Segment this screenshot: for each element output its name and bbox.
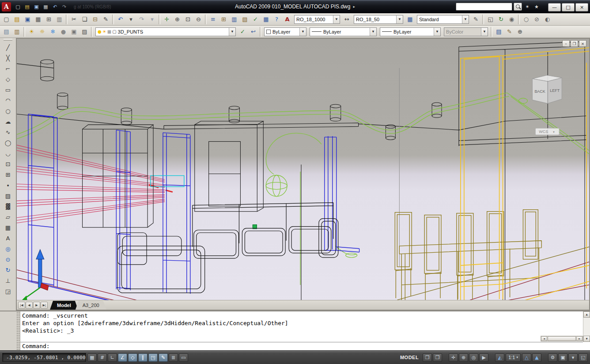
insert-block-icon[interactable]: ⊡ xyxy=(3,159,13,169)
ellipse-icon[interactable]: ◯ xyxy=(3,137,13,148)
copy-icon[interactable]: ❏ xyxy=(79,14,90,24)
named-views-icon[interactable]: ◲ xyxy=(3,286,13,296)
quickcalc-icon[interactable]: ▦ xyxy=(261,14,271,24)
render-icon[interactable]: ◉ xyxy=(507,14,517,24)
free-orbit-icon[interactable]: ↻ xyxy=(3,265,13,275)
3d-orbit-icon[interactable]: ↻ xyxy=(496,14,506,24)
no-shadow-icon[interactable]: ⊘ xyxy=(532,14,542,24)
ortho-toggle[interactable]: ∟ xyxy=(108,353,117,362)
table-icon[interactable]: ▦ xyxy=(3,222,13,233)
layer-states-manager-icon[interactable]: ▥ xyxy=(12,27,22,37)
designcenter-icon[interactable]: ⊞ xyxy=(219,14,229,24)
layer-combo[interactable]: ●☀▦▢ 3D_PUNTS ▼ xyxy=(95,27,236,36)
model-space-button[interactable]: MODEL xyxy=(400,355,419,360)
materials-icon[interactable]: ◐ xyxy=(542,14,552,24)
chevron-down-icon[interactable]: ▼ xyxy=(333,15,340,23)
command-prompt[interactable]: Command: xyxy=(20,342,590,350)
dim-style-combo[interactable]: RO_18_50 ▼ xyxy=(354,15,403,24)
point-icon[interactable]: ∙ xyxy=(3,180,13,190)
scroll-left-icon[interactable]: ◄ xyxy=(541,336,547,341)
osnap-toggle[interactable]: ◇ xyxy=(128,353,137,362)
dyn-toggle[interactable]: ✎ xyxy=(159,353,168,362)
chevron-down-icon[interactable]: ▼ xyxy=(229,28,235,36)
tab-model[interactable]: Model xyxy=(50,301,78,310)
chevron-down-icon[interactable]: ▼ xyxy=(370,28,376,36)
dim-style-icon[interactable]: ↔ xyxy=(342,14,352,24)
save-icon[interactable]: ▣ xyxy=(23,14,33,24)
text-style-combo[interactable]: RO_18_1000 ▼ xyxy=(294,15,340,24)
tab-scroll-prev-button[interactable]: ◀ xyxy=(26,302,33,309)
hatch-icon[interactable]: ▨ xyxy=(3,190,13,201)
tool-palettes-icon[interactable]: ▥ xyxy=(229,14,239,24)
wcs-menu[interactable]: WCS ▾ xyxy=(535,128,559,135)
tab-scroll-next-button[interactable]: ▶ xyxy=(33,302,40,309)
plot-icon[interactable]: ▦ xyxy=(33,14,43,24)
undo-dropdown-icon[interactable]: ▾ xyxy=(126,14,136,24)
gradient-icon[interactable]: ▓ xyxy=(3,201,13,212)
undo-icon[interactable]: ↶ xyxy=(115,14,125,24)
properties-palette-icon[interactable]: ▤ xyxy=(494,27,504,37)
layer-lock-icon[interactable]: ▣ xyxy=(69,27,79,37)
command-horizontal-scrollbar[interactable]: ◄ ► xyxy=(541,336,583,341)
dim-update-icon[interactable]: ✎ xyxy=(471,14,481,24)
viewcube[interactable]: BACK LEFT xyxy=(532,75,562,103)
grid-toggle[interactable]: # xyxy=(98,353,107,362)
color-combo[interactable]: ByLayer ▼ xyxy=(264,27,306,36)
toolbar-grip[interactable] xyxy=(4,39,12,41)
donut-icon[interactable]: ◎ xyxy=(3,243,13,254)
restore-document-button[interactable]: ❐ xyxy=(571,40,578,47)
annotation-visibility-button[interactable]: △ xyxy=(522,353,531,362)
linetype-combo[interactable]: ByLayer ▼ xyxy=(310,27,377,36)
zoom-window-icon[interactable]: ⊡ xyxy=(183,14,193,24)
steering-wheel-button[interactable]: ◎ xyxy=(469,353,478,362)
sheet-set-manager-icon[interactable]: ▧ xyxy=(240,14,250,24)
annotation-scale-button[interactable]: 1:1 ▾ xyxy=(506,353,521,362)
redo-dropdown-icon[interactable]: ▾ xyxy=(147,14,157,24)
quick-view-drawings-button[interactable]: ❒ xyxy=(433,353,442,362)
redo-icon[interactable]: ↷ xyxy=(136,14,147,24)
layer-off-icon[interactable]: ● xyxy=(58,27,68,37)
layer-previous-icon[interactable]: ↩ xyxy=(248,27,258,37)
zoom-previous-icon[interactable]: ⊖ xyxy=(193,14,204,24)
coordinates-display[interactable]: -3.0259, -57.0801 , 0.0000 xyxy=(2,353,86,362)
tab-layout-a3-200[interactable]: A3_200 xyxy=(76,301,106,310)
layer-walk-icon[interactable]: ▨ xyxy=(79,27,90,37)
snap-toggle[interactable]: ▦ xyxy=(87,353,97,362)
lineweight-combo[interactable]: ByLayer ▼ xyxy=(380,27,441,36)
infocenter-search-input[interactable] xyxy=(456,3,512,11)
scroll-down-icon[interactable]: ▼ xyxy=(583,336,590,342)
table-style-combo[interactable]: Standard ▼ xyxy=(417,15,469,24)
favorites-star-icon[interactable]: ★ xyxy=(533,3,541,11)
table-style-icon[interactable]: ▦ xyxy=(405,14,415,24)
zoom-button[interactable]: ⊕ xyxy=(459,353,468,362)
help-icon[interactable]: ? xyxy=(272,14,282,24)
ducs-toggle[interactable]: ◳ xyxy=(148,353,158,362)
multiline-text-icon[interactable]: A xyxy=(3,233,13,243)
region-icon[interactable]: ▱ xyxy=(3,212,13,222)
qp-toggle[interactable]: ▭ xyxy=(179,353,188,362)
toolbar-lock-button[interactable]: ▣ xyxy=(558,353,567,362)
workspace-switching-button[interactable]: ⚙ xyxy=(548,353,557,362)
maximize-button[interactable]: □ xyxy=(562,3,575,11)
autocad-logo-icon[interactable]: A xyxy=(2,2,11,11)
plot-state-icon[interactable]: ▦ xyxy=(107,29,111,34)
chevron-down-icon[interactable]: ▼ xyxy=(396,15,403,23)
minimize-button[interactable]: — xyxy=(548,3,561,11)
lwt-toggle[interactable]: ≣ xyxy=(169,353,178,362)
qnew-icon[interactable]: ▢ xyxy=(1,14,11,24)
layer-properties-manager-icon[interactable]: ▤ xyxy=(1,27,11,37)
layer-color-swatch[interactable]: ▢ xyxy=(112,29,116,34)
arc-icon[interactable]: ◠ xyxy=(3,95,13,106)
annotation-scale-icon[interactable]: ◭ xyxy=(495,353,504,362)
plot-preview-icon[interactable]: ⊞ xyxy=(44,14,54,24)
pan-button[interactable]: ✛ xyxy=(449,353,458,362)
bulb-on-icon[interactable]: ● xyxy=(98,29,102,34)
clean-screen-button[interactable]: ◱ xyxy=(579,353,588,362)
showmotion-button[interactable]: ▶ xyxy=(479,353,488,362)
ucs-tool-icon[interactable]: ⊥ xyxy=(3,275,13,286)
save-icon[interactable]: ▣ xyxy=(32,3,41,11)
properties-icon[interactable]: ≡ xyxy=(208,14,218,24)
command-window-grip[interactable] xyxy=(16,311,20,350)
minimize-document-button[interactable]: – xyxy=(562,40,570,47)
scrollbar-thumb[interactable] xyxy=(548,336,576,341)
